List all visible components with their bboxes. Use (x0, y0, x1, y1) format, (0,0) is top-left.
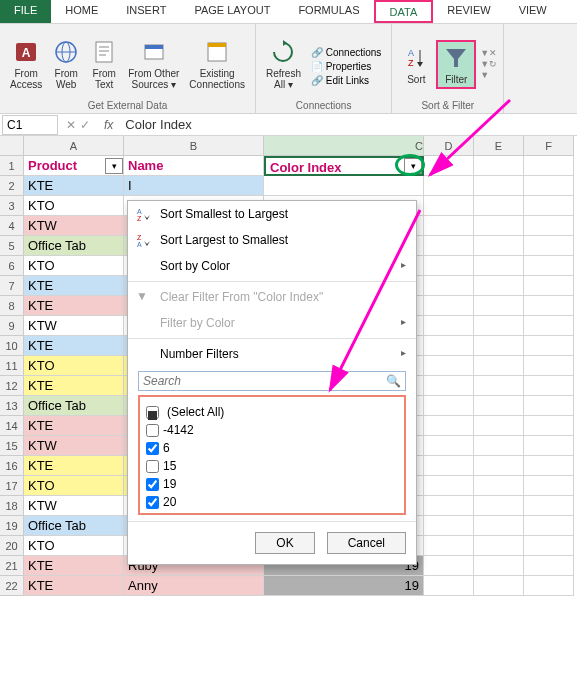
cell[interactable]: KTE (24, 176, 124, 196)
cell-B1[interactable]: Name (124, 156, 264, 176)
col-header-E[interactable]: E (474, 136, 524, 156)
row-header[interactable]: 21 (0, 556, 24, 576)
cell[interactable] (424, 416, 474, 436)
cell-E1[interactable] (474, 156, 524, 176)
filter-checkbox-item[interactable]: 20 (146, 493, 398, 511)
clear-filter-icon[interactable]: ▼✕ (480, 48, 497, 58)
tab-insert[interactable]: INSERT (112, 0, 180, 23)
cell[interactable] (424, 196, 474, 216)
row-header[interactable]: 11 (0, 356, 24, 376)
cell[interactable] (424, 396, 474, 416)
cell[interactable] (474, 236, 524, 256)
cell[interactable] (524, 356, 574, 376)
cell[interactable] (524, 256, 574, 276)
cell[interactable]: KTO (24, 536, 124, 556)
cell[interactable]: KTE (24, 456, 124, 476)
row-header[interactable]: 15 (0, 436, 24, 456)
row-header[interactable]: 12 (0, 376, 24, 396)
sort-button[interactable]: AZSort (398, 42, 434, 87)
cell[interactable]: KTO (24, 196, 124, 216)
cell[interactable]: KTW (24, 216, 124, 236)
cell[interactable]: KTO (24, 476, 124, 496)
cell[interactable] (524, 416, 574, 436)
cell[interactable] (424, 236, 474, 256)
cell[interactable] (524, 296, 574, 316)
cell[interactable] (474, 356, 524, 376)
tab-pagelayout[interactable]: PAGE LAYOUT (180, 0, 284, 23)
row-header[interactable]: 14 (0, 416, 24, 436)
tab-view[interactable]: VIEW (505, 0, 561, 23)
cell[interactable]: KTE (24, 556, 124, 576)
filter-search[interactable]: 🔍 (138, 371, 406, 391)
cell[interactable] (524, 576, 574, 596)
cell-C1[interactable]: Color Index (264, 156, 424, 176)
cell[interactable] (524, 236, 574, 256)
cell[interactable] (474, 396, 524, 416)
connections-button[interactable]: 🔗 Connections (307, 46, 385, 59)
cell[interactable]: KTE (24, 416, 124, 436)
ok-button[interactable]: OK (255, 532, 314, 554)
cell[interactable] (474, 556, 524, 576)
cell[interactable] (474, 276, 524, 296)
tab-formulas[interactable]: FORMULAS (284, 0, 373, 23)
filter-checkbox-item[interactable]: -4142 (146, 421, 398, 439)
filter-search-input[interactable] (143, 374, 386, 388)
cell[interactable] (524, 336, 574, 356)
row-header[interactable]: 17 (0, 476, 24, 496)
cell[interactable]: Office Tab (24, 516, 124, 536)
filter-dropdown-A[interactable]: ▾ (105, 158, 123, 174)
cell[interactable] (524, 536, 574, 556)
cell[interactable] (424, 256, 474, 276)
row-header[interactable]: 22 (0, 576, 24, 596)
row-header[interactable]: 18 (0, 496, 24, 516)
filter-dropdown-C[interactable]: ▾ (404, 158, 422, 174)
cell[interactable] (424, 556, 474, 576)
cell[interactable] (474, 456, 524, 476)
tab-file[interactable]: FILE (0, 0, 51, 23)
cell[interactable] (474, 496, 524, 516)
cell[interactable] (474, 316, 524, 336)
cell[interactable]: Office Tab (24, 396, 124, 416)
cell[interactable]: I (124, 176, 264, 196)
cell-D1[interactable] (424, 156, 474, 176)
cell-F1[interactable] (524, 156, 574, 176)
cell[interactable] (524, 556, 574, 576)
cell[interactable] (474, 196, 524, 216)
row-header[interactable]: 2 (0, 176, 24, 196)
row-header[interactable]: 20 (0, 536, 24, 556)
sort-asc-item[interactable]: AZSort Smallest to Largest (128, 201, 416, 227)
name-box[interactable] (2, 115, 58, 135)
filter-button[interactable]: Filter (436, 40, 476, 89)
cell[interactable] (424, 516, 474, 536)
cell[interactable] (424, 176, 474, 196)
row-header[interactable]: 1 (0, 156, 24, 176)
cell[interactable] (524, 436, 574, 456)
from-text-button[interactable]: From Text (86, 36, 122, 92)
cell[interactable] (524, 516, 574, 536)
cell[interactable] (474, 176, 524, 196)
cell[interactable] (474, 436, 524, 456)
cell[interactable] (424, 456, 474, 476)
cell[interactable] (474, 536, 524, 556)
properties-button[interactable]: 📄 Properties (307, 60, 385, 73)
sort-by-color-item[interactable]: Sort by Color (128, 253, 416, 279)
tab-data[interactable]: DATA (374, 0, 434, 23)
fx-icon[interactable]: fx (98, 118, 119, 132)
row-header[interactable]: 5 (0, 236, 24, 256)
from-other-button[interactable]: From Other Sources ▾ (124, 36, 183, 92)
cell[interactable] (424, 476, 474, 496)
from-web-button[interactable]: From Web (48, 36, 84, 92)
row-header[interactable]: 6 (0, 256, 24, 276)
cell[interactable] (264, 176, 424, 196)
refresh-all-button[interactable]: Refresh All ▾ (262, 36, 305, 92)
row-header[interactable]: 3 (0, 196, 24, 216)
col-header-C[interactable]: C (264, 136, 424, 156)
filter-checkbox-item[interactable]: 19 (146, 475, 398, 493)
sort-desc-item[interactable]: ZASort Largest to Smallest (128, 227, 416, 253)
cell[interactable] (474, 476, 524, 496)
cell[interactable]: KTW (24, 496, 124, 516)
cell[interactable] (474, 516, 524, 536)
cell[interactable] (524, 276, 574, 296)
select-all-corner[interactable] (0, 136, 24, 156)
cancel-formula-icon[interactable]: ✕ (66, 118, 76, 132)
